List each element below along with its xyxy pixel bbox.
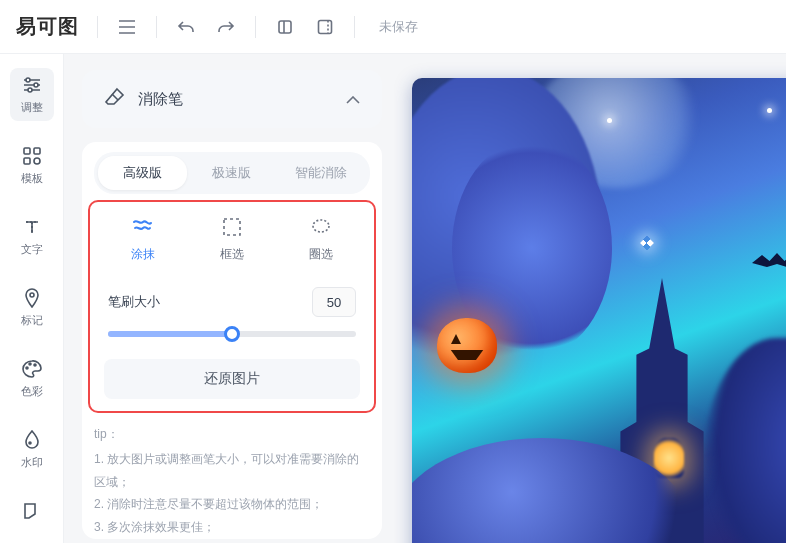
svg-rect-14 (224, 219, 240, 235)
svg-point-11 (29, 363, 31, 365)
eraser-icon (104, 87, 126, 111)
sidebar-item-label: 模板 (21, 171, 43, 186)
svg-point-15 (313, 220, 329, 232)
shape-icon (21, 500, 43, 522)
grid-icon (21, 145, 43, 167)
text-icon (21, 216, 43, 238)
brush-size-label: 笔刷大小 (108, 293, 160, 311)
canvas-area (394, 54, 786, 543)
sidebar-item-label: 色彩 (21, 384, 43, 399)
svg-point-9 (30, 293, 34, 297)
sidebar-item-more[interactable] (10, 494, 54, 528)
tool-options-group: 涂抹 框选 圈选 笔刷大小 50 (88, 200, 376, 413)
slider-fill (108, 331, 232, 337)
star-shape (767, 108, 772, 113)
tip-item: 1. 放大图片或调整画笔大小，可以对准需要消除的区域； (94, 448, 370, 494)
star-shape (607, 118, 612, 123)
save-status: 未保存 (379, 18, 418, 36)
sidebar-item-mark[interactable]: 标记 (10, 281, 54, 334)
sparkle-shape (640, 236, 654, 250)
sidebar-item-template[interactable]: 模板 (10, 139, 54, 192)
svg-point-10 (26, 367, 28, 369)
svg-rect-6 (34, 148, 40, 154)
expand-icon[interactable] (314, 16, 336, 38)
tab-advanced[interactable]: 高级版 (98, 156, 187, 190)
svg-point-12 (34, 364, 36, 366)
separator (354, 16, 355, 38)
tab-fast[interactable]: 极速版 (187, 156, 276, 190)
pin-icon (21, 287, 43, 309)
tool-label: 圈选 (309, 246, 333, 263)
marquee-icon (221, 216, 243, 238)
sidebar-item-adjust[interactable]: 调整 (10, 68, 54, 121)
accordion-title: 消除笔 (138, 90, 334, 109)
sidebar-item-label: 水印 (21, 455, 43, 470)
sidebar-item-label: 调整 (21, 100, 43, 115)
palette-icon (21, 358, 43, 380)
mode-tabs: 高级版 极速版 智能消除 (94, 152, 370, 194)
undo-icon[interactable] (175, 16, 197, 38)
svg-rect-0 (279, 21, 291, 33)
canvas-image[interactable] (412, 78, 786, 543)
tips-block: tip： 1. 放大图片或调整画笔大小，可以对准需要消除的区域； 2. 消除时注… (88, 413, 376, 539)
tool-panel: 消除笔 高级版 极速版 智能消除 涂抹 框选 (64, 54, 394, 543)
lasso-icon (310, 216, 332, 238)
tool-label: 框选 (220, 246, 244, 263)
brush-size-value[interactable]: 50 (312, 287, 356, 317)
app-logo: 易可图 (16, 13, 79, 40)
separator (255, 16, 256, 38)
bat-shape (752, 253, 786, 273)
eraser-accordion[interactable]: 消除笔 (82, 70, 382, 128)
slider-thumb[interactable] (224, 326, 240, 342)
separator (156, 16, 157, 38)
svg-rect-7 (24, 158, 30, 164)
top-toolbar: 易可图 未保存 (0, 0, 786, 54)
tab-smart[interactable]: 智能消除 (277, 156, 366, 190)
scribble-icon (132, 216, 154, 238)
sidebar-item-text[interactable]: 文字 (10, 210, 54, 263)
sidebar: 调整 模板 文字 标记 色彩 水印 (0, 54, 64, 543)
sidebar-item-color[interactable]: 色彩 (10, 352, 54, 405)
svg-point-4 (28, 88, 32, 92)
tool-brush[interactable]: 涂抹 (108, 216, 178, 263)
tip-item: 3. 多次涂抹效果更佳； (94, 516, 370, 539)
sidebar-item-label: 标记 (21, 313, 43, 328)
svg-rect-1 (319, 20, 332, 33)
tool-label: 涂抹 (131, 246, 155, 263)
tip-heading: tip： (94, 423, 370, 446)
svg-point-3 (34, 83, 38, 87)
sidebar-item-label: 文字 (21, 242, 43, 257)
chevron-up-icon (346, 90, 360, 108)
restore-image-button[interactable]: 还原图片 (104, 359, 360, 399)
svg-rect-5 (24, 148, 30, 154)
pumpkin-shape (437, 318, 497, 373)
crop-icon[interactable] (274, 16, 296, 38)
separator (97, 16, 98, 38)
swirl-shape (702, 338, 786, 543)
sliders-icon (21, 74, 43, 96)
sidebar-item-watermark[interactable]: 水印 (10, 423, 54, 476)
menu-icon[interactable] (116, 16, 138, 38)
svg-point-2 (26, 78, 30, 82)
redo-icon[interactable] (215, 16, 237, 38)
svg-point-8 (34, 158, 40, 164)
tool-rect-select[interactable]: 框选 (197, 216, 267, 263)
brush-size-slider[interactable] (108, 331, 356, 337)
droplet-icon (21, 429, 43, 451)
tool-lasso[interactable]: 圈选 (286, 216, 356, 263)
svg-point-13 (29, 442, 31, 444)
tip-item: 2. 消除时注意尽量不要超过该物体的范围； (94, 493, 370, 516)
